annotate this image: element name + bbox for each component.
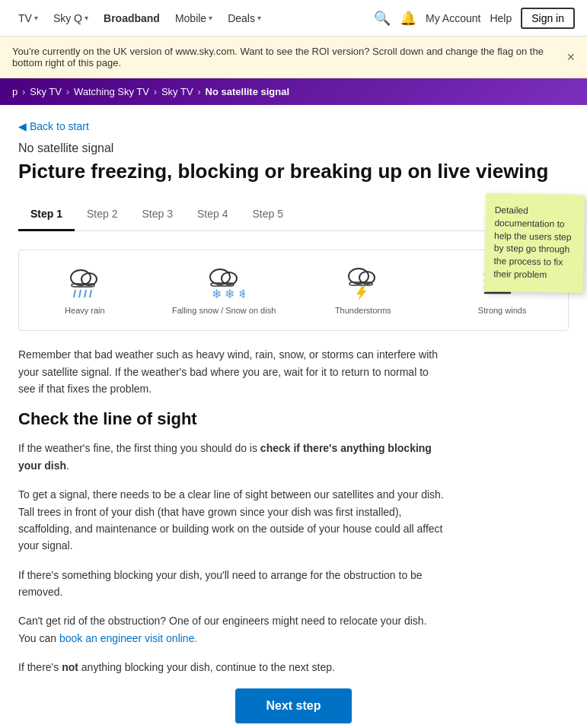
weather-heavy-rain: Heavy rain: [27, 265, 143, 315]
step-1[interactable]: Step 1: [18, 202, 75, 231]
skyq-chevron-icon: ▾: [85, 14, 88, 22]
info-banner: You're currently on the UK version of ww…: [0, 37, 587, 78]
heavy-rain-icon: [64, 265, 106, 300]
weather-label-thunder: Thunderstorms: [335, 306, 391, 315]
para-engineer: Can't get rid of the obstruction? One of…: [18, 612, 445, 647]
top-nav: TV ▾ Sky Q ▾ Broadband Mobile ▾ Deals ▾ …: [0, 0, 587, 37]
weather-thunder: Thunderstorms: [305, 265, 422, 315]
section-heading-sight: Check the line of sight: [18, 409, 445, 429]
nav-tv[interactable]: TV ▾: [12, 0, 44, 37]
nav-right: 🔍 🔔 My Account Help Sign in: [374, 8, 575, 29]
step-4[interactable]: Step 4: [185, 202, 240, 231]
svg-point-0: [71, 270, 91, 285]
nav-broadband[interactable]: Broadband: [97, 0, 166, 37]
para-weather: Remember that bad weather such as heavy …: [18, 346, 445, 397]
para-not-blocking: If there's not anything blocking your di…: [18, 659, 445, 676]
svg-text:❄ ❄ ❄: ❄ ❄ ❄: [212, 288, 245, 300]
breadcrumb-watching[interactable]: Watching Sky TV: [74, 86, 149, 97]
weather-snow: ❄ ❄ ❄ Falling snow / Snow on dish: [166, 265, 282, 315]
back-arrow-icon: ◀: [18, 120, 27, 132]
breadcrumb-sep-1: ›: [22, 87, 25, 97]
breadcrumb-sep-4: ›: [198, 87, 201, 97]
help-link[interactable]: Help: [490, 12, 512, 24]
back-link[interactable]: ◀ Back to start: [18, 120, 569, 132]
para-check-blocking: If the weather's fine, the first thing y…: [18, 440, 445, 474]
page-subtitle: No satellite signal: [18, 141, 569, 155]
breadcrumb-current: No satellite signal: [206, 86, 290, 97]
svg-line-4: [79, 290, 81, 297]
nav-left: TV ▾ Sky Q ▾ Broadband Mobile ▾ Deals ▾: [12, 0, 374, 37]
breadcrumb-sep-2: ›: [66, 87, 69, 97]
para-line-of-sight: To get a signal, there needs to be a cle…: [18, 486, 445, 555]
breadcrumb-home[interactable]: p: [12, 86, 18, 97]
sign-in-button[interactable]: Sign in: [521, 8, 575, 29]
main-content: ◀ Back to start No satellite signal Pict…: [0, 105, 587, 728]
snow-icon: ❄ ❄ ❄: [203, 265, 245, 300]
weather-label-rain: Heavy rain: [65, 306, 105, 315]
step-5[interactable]: Step 5: [240, 202, 295, 231]
thunder-icon: [342, 265, 384, 300]
sticky-note: Detailed documentation to help the users…: [484, 193, 585, 293]
mobile-chevron-icon: ▾: [209, 14, 212, 22]
book-engineer-link[interactable]: book an engineer visit online.: [59, 632, 197, 644]
nav-mobile[interactable]: Mobile ▾: [169, 0, 219, 37]
step-2[interactable]: Step 2: [75, 202, 129, 231]
svg-point-11: [349, 269, 368, 284]
nav-deals[interactable]: Deals ▾: [222, 0, 267, 37]
para-obstruction: If there's something blocking your dish,…: [18, 567, 445, 601]
step-3[interactable]: Step 3: [130, 202, 185, 231]
search-icon[interactable]: 🔍: [374, 10, 391, 27]
deals-chevron-icon: ▾: [257, 14, 261, 22]
svg-line-3: [74, 290, 75, 297]
breadcrumb-sky-tv-2[interactable]: Sky TV: [161, 86, 193, 97]
svg-marker-14: [357, 287, 366, 300]
svg-point-7: [210, 269, 230, 285]
nav-skyq[interactable]: Sky Q ▾: [47, 0, 94, 37]
breadcrumb-bar: p › Sky TV › Watching Sky TV › Sky TV › …: [0, 78, 587, 105]
close-banner-button[interactable]: ×: [566, 49, 575, 65]
banner-text: You're currently on the UK version of ww…: [12, 46, 566, 68]
breadcrumb-sep-3: ›: [154, 87, 157, 97]
bell-icon[interactable]: 🔔: [400, 10, 416, 27]
weather-label-wind: Strong winds: [478, 306, 527, 315]
svg-line-5: [85, 290, 86, 297]
breadcrumb-skytv[interactable]: Sky TV: [30, 86, 62, 97]
page-title: Picture freezing, blocking or breaking u…: [18, 160, 569, 183]
next-step-button[interactable]: Next step: [235, 688, 351, 723]
steps-wrapper: Step 1 Step 2 Step 3 Step 4 Step 5 Detai…: [18, 202, 569, 231]
weather-label-snow: Falling snow / Snow on dish: [172, 306, 276, 315]
content-section: Remember that bad weather such as heavy …: [18, 346, 445, 676]
tv-chevron-icon: ▾: [34, 14, 38, 22]
svg-line-6: [90, 290, 91, 297]
my-account-link[interactable]: My Account: [426, 12, 480, 24]
